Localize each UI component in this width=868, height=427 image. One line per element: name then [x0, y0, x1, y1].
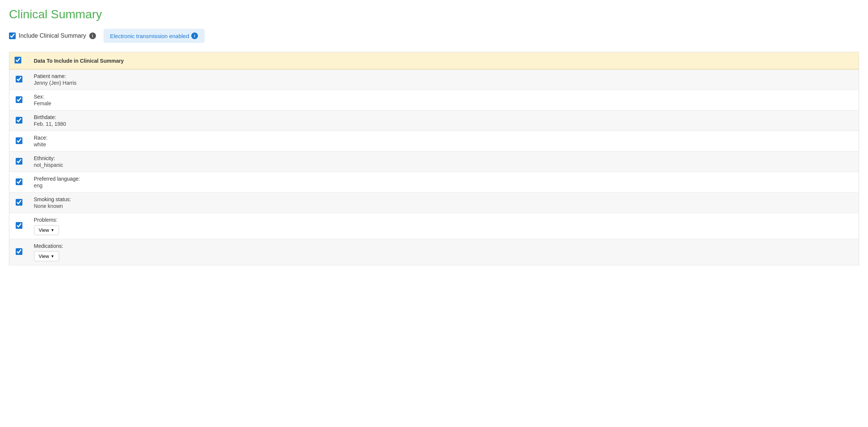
include-clinical-summary-label[interactable]: Include Clinical Summary i — [9, 32, 96, 39]
row-content-5: Preferred language:eng — [34, 176, 854, 188]
select-all-checkbox[interactable] — [15, 57, 21, 63]
row-checkbox-4[interactable] — [16, 158, 22, 165]
row-content-cell-8: Medications:View▼ — [29, 239, 859, 265]
header-checkbox-cell — [9, 52, 29, 69]
row-content-cell-5: Preferred language:eng — [29, 172, 859, 193]
row-content-cell-3: Race:white — [29, 131, 859, 152]
table-row: Smoking status:None known — [9, 193, 859, 213]
row-content-4: Ethnicity:not_hispanic — [34, 155, 854, 168]
table-row: Sex:Female — [9, 90, 859, 110]
field-label-5: Preferred language: — [34, 176, 854, 182]
row-checkbox-cell-0 — [9, 69, 29, 90]
include-row: Include Clinical Summary i Electronic tr… — [9, 29, 859, 43]
table-row: Preferred language:eng — [9, 172, 859, 193]
transmission-badge: Electronic transmission enabled i — [103, 29, 205, 43]
header-label: Data To Include in Clinical Summary — [29, 52, 859, 69]
field-value-3: white — [34, 141, 854, 147]
row-checkbox-8[interactable] — [16, 248, 22, 255]
row-checkbox-cell-5 — [9, 172, 29, 193]
row-content-2: Birthdate:Feb. 11, 1980 — [34, 114, 854, 127]
row-checkbox-3[interactable] — [16, 137, 22, 144]
row-content-0: Patient name:Jenny (Jen) Harris — [34, 73, 854, 86]
table-row: Race:white — [9, 131, 859, 152]
table-body: Patient name:Jenny (Jen) HarrisSex:Femal… — [9, 69, 859, 265]
row-content-cell-7: Problems:View▼ — [29, 213, 859, 239]
include-clinical-summary-checkbox[interactable] — [9, 32, 16, 39]
row-checkbox-cell-7 — [9, 213, 29, 239]
field-label-3: Race: — [34, 135, 854, 141]
field-value-1: Female — [34, 100, 854, 106]
row-checkbox-0[interactable] — [16, 76, 22, 82]
view-dropdown-button-8[interactable]: View▼ — [34, 251, 59, 261]
page-title: Clinical Summary — [9, 7, 859, 21]
table-row: Patient name:Jenny (Jen) Harris — [9, 69, 859, 90]
row-content-8: Medications:View▼ — [34, 243, 854, 261]
include-info-icon[interactable]: i — [89, 32, 96, 39]
row-content-6: Smoking status:None known — [34, 196, 854, 209]
transmission-info-icon[interactable]: i — [191, 32, 198, 39]
row-checkbox-cell-4 — [9, 152, 29, 172]
row-checkbox-2[interactable] — [16, 117, 22, 124]
row-content-cell-4: Ethnicity:not_hispanic — [29, 152, 859, 172]
row-content-7: Problems:View▼ — [34, 217, 854, 235]
row-checkbox-cell-8 — [9, 239, 29, 265]
row-checkbox-1[interactable] — [16, 96, 22, 103]
field-label-1: Sex: — [34, 94, 854, 100]
view-btn-label-8: View — [39, 253, 49, 259]
row-content-cell-1: Sex:Female — [29, 90, 859, 110]
row-checkbox-cell-2 — [9, 110, 29, 131]
field-label-8: Medications: — [34, 243, 854, 249]
table-row: Medications:View▼ — [9, 239, 859, 265]
dropdown-arrow-8: ▼ — [50, 254, 54, 258]
field-label-2: Birthdate: — [34, 114, 854, 120]
view-btn-label-7: View — [39, 227, 49, 233]
field-label-6: Smoking status: — [34, 196, 854, 202]
field-value-4: not_hispanic — [34, 162, 854, 168]
row-content-cell-2: Birthdate:Feb. 11, 1980 — [29, 110, 859, 131]
field-label-4: Ethnicity: — [34, 155, 854, 161]
transmission-label-text: Electronic transmission enabled — [110, 33, 189, 39]
field-value-5: eng — [34, 183, 854, 188]
clinical-summary-table: Data To Include in Clinical Summary Pati… — [9, 52, 859, 265]
row-content-1: Sex:Female — [34, 94, 854, 106]
view-dropdown-button-7[interactable]: View▼ — [34, 225, 59, 235]
row-content-cell-0: Patient name:Jenny (Jen) Harris — [29, 69, 859, 90]
row-content-3: Race:white — [34, 135, 854, 147]
table-row: Ethnicity:not_hispanic — [9, 152, 859, 172]
table-row: Birthdate:Feb. 11, 1980 — [9, 110, 859, 131]
row-checkbox-cell-6 — [9, 193, 29, 213]
table-row: Problems:View▼ — [9, 213, 859, 239]
row-checkbox-5[interactable] — [16, 178, 22, 185]
table-header-row: Data To Include in Clinical Summary — [9, 52, 859, 69]
row-checkbox-7[interactable] — [16, 222, 22, 229]
dropdown-arrow-7: ▼ — [50, 228, 54, 232]
row-checkbox-cell-1 — [9, 90, 29, 110]
row-checkbox-6[interactable] — [16, 199, 22, 206]
include-label-text: Include Clinical Summary — [19, 32, 86, 39]
field-label-7: Problems: — [34, 217, 854, 223]
row-content-cell-6: Smoking status:None known — [29, 193, 859, 213]
row-checkbox-cell-3 — [9, 131, 29, 152]
field-value-0: Jenny (Jen) Harris — [34, 80, 854, 86]
field-value-2: Feb. 11, 1980 — [34, 121, 854, 127]
field-label-0: Patient name: — [34, 73, 854, 79]
field-value-6: None known — [34, 203, 854, 209]
